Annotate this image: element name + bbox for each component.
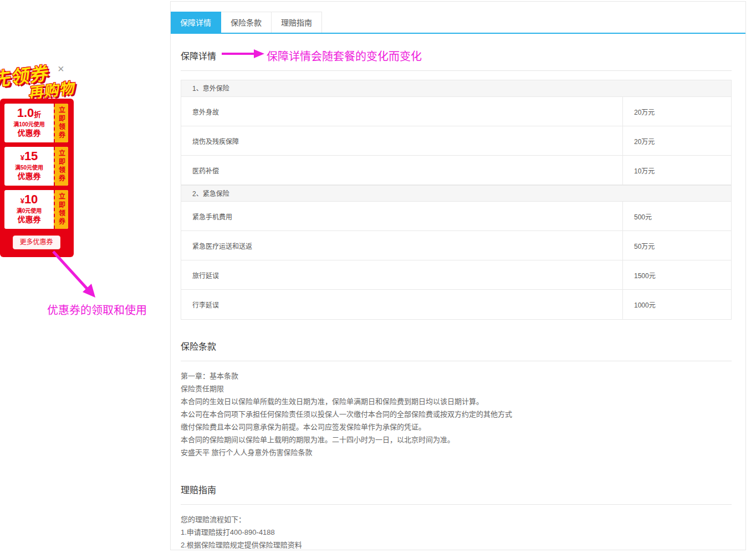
tab-claims-guide[interactable]: 理赔指南	[272, 12, 322, 33]
product-detail-card: 保障详情 保险条款 理赔指南 保障详情 1、意外保险 意外身故 20万元 烧伤及…	[170, 1, 746, 550]
coverage-label: 行李延误	[181, 290, 622, 319]
coverage-value: 20万元	[622, 126, 731, 155]
claim-coupon-button[interactable]: 立即领券	[54, 104, 68, 142]
claims-line: 1.申请理赔拨打400-890-4188	[181, 526, 732, 539]
coupon-card[interactable]: ¥10 满0元使用 优惠券 立即领券	[4, 190, 68, 229]
coupon-amount: 1.0	[17, 106, 34, 120]
annotation-arrow-icon	[48, 248, 101, 301]
coupon-info: 1.0折 满100元使用 优惠券	[4, 104, 54, 142]
coverage-label: 意外身故	[181, 97, 622, 126]
claims-text: 您的理赔流程如下： 1.申请理赔拨打400-890-4188 2.根据保险理赔规…	[181, 513, 732, 553]
coupon-info: ¥15 满50元使用 优惠券	[4, 147, 54, 186]
clause-line: 本合同的生效日以保险单所载的生效日期为准，保险单满期日和保险费到期日均以该日期计…	[181, 395, 732, 408]
coupon-card[interactable]: 1.0折 满100元使用 优惠券 立即领券	[4, 104, 68, 142]
clause-line: 本合同的保险期间以保险单上载明的期限为准。二十四小时为一日，以北京时间为准。	[181, 433, 732, 446]
coverage-label: 旅行延误	[181, 260, 622, 289]
coverage-value: 1000元	[622, 290, 731, 319]
coupon-name: 优惠券	[4, 214, 54, 224]
coupon-condition: 满0元使用	[4, 208, 54, 214]
coverage-value: 50万元	[622, 231, 731, 260]
coupon-amount: 10	[24, 192, 38, 206]
coverage-label: 紧急手机费用	[181, 202, 622, 231]
coupon-currency: ¥	[21, 197, 24, 205]
coupon-card[interactable]: ¥15 满50元使用 优惠券 立即领券	[4, 147, 68, 186]
coupon-condition: 满100元使用	[4, 121, 54, 128]
clause-line: 缴付保险费且本公司同意承保为前提。本公司应签发保险单作为承保的凭证。	[181, 421, 732, 433]
table-row: 医药补偿 10万元	[181, 156, 731, 185]
table-row: 旅行延误 1500元	[181, 260, 731, 290]
close-icon[interactable]: ×	[58, 63, 64, 74]
table-row: 意外身故 20万元	[181, 97, 731, 126]
more-coupons-button[interactable]: 更多优惠券	[13, 235, 60, 249]
coverage-value: 20万元	[622, 97, 731, 126]
coverage-label: 烧伤及残疾保障	[181, 126, 622, 155]
claims-line: 您的理赔流程如下：	[181, 513, 732, 526]
table-row: 行李延误 1000元	[181, 290, 731, 319]
annotation-arrow-icon	[221, 49, 266, 59]
coverage-label: 医药补偿	[181, 156, 622, 185]
clauses-text: 第一章：基本条款 保险责任期限 本合同的生效日以保险单所载的生效日期为准，保险单…	[181, 370, 732, 459]
claim-coupon-button[interactable]: 立即领券	[54, 190, 68, 229]
coverage-label: 紧急医疗运送和送返	[181, 231, 622, 260]
coupon-amount: 15	[24, 149, 38, 163]
coverage-value: 500元	[622, 202, 731, 231]
coverage-annotation-text: 保障详情会随套餐的变化而变化	[267, 48, 422, 64]
coupon-condition: 满50元使用	[4, 165, 54, 171]
tab-coverage-detail[interactable]: 保障详情	[171, 12, 221, 33]
coupon-name: 优惠券	[4, 128, 54, 138]
coupon-popup: 先领券 再购物 × 1.0折 满100元使用 优惠券 立即领券 ¥15 满50元…	[0, 60, 80, 259]
section-title-claims: 理赔指南	[181, 483, 732, 505]
claims-line: 2.根据保险理赔规定提供保险理赔资料	[181, 539, 732, 551]
coupon-currency: ¥	[21, 153, 24, 162]
table-row: 紧急医疗运送和送返 50万元	[181, 231, 731, 260]
coupon-panel: 1.0折 满100元使用 优惠券 立即领券 ¥15 满50元使用 优惠券 立即领…	[0, 99, 74, 257]
coverage-value: 10万元	[622, 156, 731, 185]
clause-line: 保险责任期限	[181, 382, 732, 395]
table-row: 烧伤及残疾保障 20万元	[181, 126, 731, 156]
clause-line: 本公司在本合同项下承担任何保险责任须以投保人一次缴付本合同的全部保险费或按双方约…	[181, 408, 732, 421]
coverage-table: 1、意外保险 意外身故 20万元 烧伤及残疾保障 20万元 医药补偿 10万元 …	[181, 80, 732, 320]
claim-coupon-label: 立即领券	[57, 150, 67, 183]
section-title-clauses: 保险条款	[181, 339, 732, 361]
claim-coupon-label: 立即领券	[57, 106, 67, 140]
tab-insurance-clauses[interactable]: 保险条款	[221, 12, 272, 33]
clause-line: 第一章：基本条款	[181, 370, 732, 382]
table-group-header: 2、紧急保险	[181, 185, 731, 202]
claim-coupon-button[interactable]: 立即领券	[54, 147, 68, 186]
coupon-annotation-text: 优惠券的领取和使用	[47, 301, 147, 318]
table-group-header: 1、意外保险	[181, 80, 731, 97]
coupon-unit: 折	[34, 110, 41, 119]
tab-content: 保障详情 1、意外保险 意外身故 20万元 烧伤及残疾保障 20万元 医药补偿 …	[171, 49, 745, 553]
claim-coupon-label: 立即领券	[57, 193, 67, 226]
clause-line: 安盛天平 旅行个人人身意外伤害保险条款	[181, 446, 732, 459]
coverage-value: 1500元	[622, 260, 731, 289]
table-row: 紧急手机费用 500元	[181, 202, 731, 231]
tab-bar: 保障详情 保险条款 理赔指南	[171, 12, 745, 34]
coupon-name: 优惠券	[4, 171, 54, 181]
coupon-info: ¥10 满0元使用 优惠券	[4, 190, 54, 229]
